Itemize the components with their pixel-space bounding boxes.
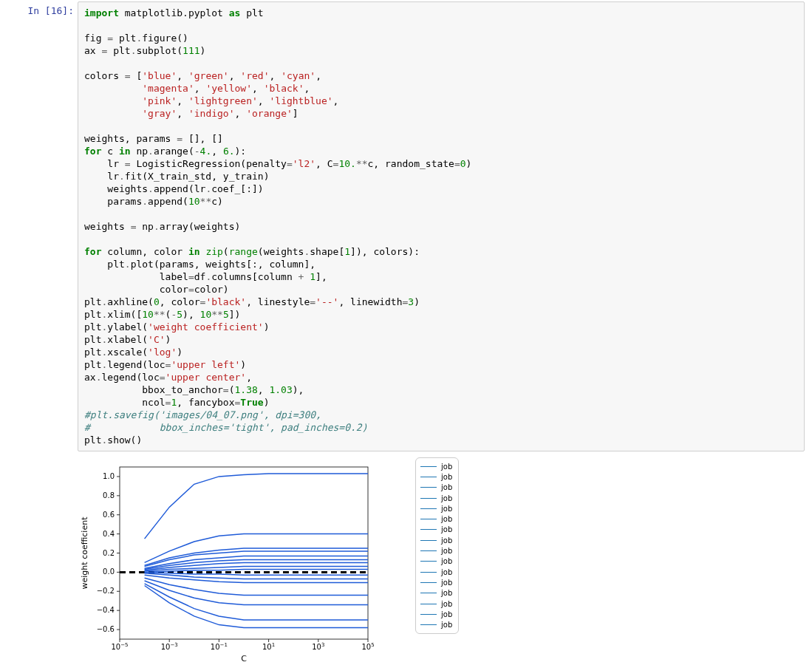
svg-text:0.4: 0.4 — [103, 530, 115, 538]
legend-label: job — [441, 589, 452, 597]
legend-label: job — [441, 473, 452, 481]
svg-text:1.0: 1.0 — [103, 472, 115, 480]
legend-swatch — [420, 519, 437, 519]
legend-swatch — [420, 624, 437, 625]
legend-label: job — [441, 621, 452, 629]
legend-item: job — [420, 619, 452, 630]
legend-item: job — [420, 545, 452, 556]
legend-item: job — [420, 482, 452, 493]
legend-label: job — [441, 463, 452, 471]
svg-text:105: 105 — [361, 642, 374, 651]
svg-text:C: C — [241, 654, 247, 664]
legend-swatch — [420, 508, 437, 509]
legend-swatch — [420, 540, 437, 541]
legend-label: job — [441, 610, 452, 618]
svg-text:−0.4: −0.4 — [97, 606, 115, 614]
svg-text:weight coefficient: weight coefficient — [80, 516, 89, 590]
legend-item: job — [420, 588, 452, 598]
legend-swatch — [420, 604, 437, 604]
legend-item: job — [420, 598, 452, 609]
matplotlib-output: −0.6−0.4−0.20.00.20.40.60.81.010−510−310… — [74, 456, 393, 665]
legend-label: job — [441, 494, 452, 502]
legend-swatch — [420, 582, 437, 583]
code-input-area[interactable]: import matplotlib.pyplot as plt fig = pl… — [78, 1, 805, 451]
line-chart: −0.6−0.4−0.20.00.20.40.60.81.010−510−310… — [74, 456, 393, 665]
legend-item: job — [420, 609, 452, 619]
legend-item: job — [420, 471, 452, 482]
legend-swatch — [420, 529, 437, 530]
input-prompt: In [16]: — [0, 1, 78, 451]
legend-label: job — [441, 536, 452, 545]
legend-swatch — [420, 561, 437, 562]
svg-text:103: 103 — [312, 642, 324, 651]
svg-text:0.6: 0.6 — [103, 511, 115, 519]
legend-swatch — [420, 477, 437, 477]
legend-swatch — [420, 498, 437, 499]
legend-label: job — [441, 600, 452, 608]
legend-label: job — [441, 505, 452, 513]
legend-item: job — [420, 567, 452, 577]
legend-item: job — [420, 514, 452, 524]
svg-text:10−5: 10−5 — [111, 642, 128, 651]
output-area: −0.6−0.4−0.20.00.20.40.60.81.010−510−310… — [0, 456, 812, 665]
code-content[interactable]: import matplotlib.pyplot as plt fig = pl… — [84, 7, 798, 446]
svg-text:0.0: 0.0 — [103, 567, 115, 576]
legend-item: job — [420, 503, 452, 514]
legend-swatch — [420, 550, 437, 551]
svg-text:−0.6: −0.6 — [97, 625, 115, 633]
legend-item: job — [420, 535, 452, 545]
legend-label: job — [441, 547, 452, 555]
legend-swatch — [420, 593, 437, 593]
svg-text:0.8: 0.8 — [103, 491, 115, 499]
legend-item: job — [420, 525, 452, 535]
code-cell: In [16]: import matplotlib.pyplot as plt… — [0, 1, 812, 451]
svg-text:101: 101 — [262, 642, 275, 651]
legend-label: job — [441, 557, 452, 565]
legend-label: job — [441, 483, 452, 491]
legend-item: job — [420, 493, 452, 503]
legend-label: job — [441, 515, 452, 523]
legend-label: job — [441, 568, 452, 576]
svg-text:−0.2: −0.2 — [97, 587, 115, 595]
legend-item: job — [420, 556, 452, 567]
legend-label: job — [441, 525, 452, 533]
legend-swatch — [420, 614, 437, 615]
legend-swatch — [420, 487, 437, 488]
svg-rect-0 — [120, 467, 368, 639]
chart-legend: jobjobjobjobjobjobjobjobjobjobjobjobjobj… — [415, 457, 459, 634]
legend-swatch — [420, 466, 437, 467]
svg-text:10−1: 10−1 — [211, 642, 228, 651]
legend-item: job — [420, 461, 452, 471]
legend-item: job — [420, 577, 452, 587]
svg-text:0.2: 0.2 — [103, 549, 115, 557]
legend-label: job — [441, 579, 452, 587]
svg-text:10−3: 10−3 — [161, 642, 178, 651]
legend-swatch — [420, 572, 437, 573]
